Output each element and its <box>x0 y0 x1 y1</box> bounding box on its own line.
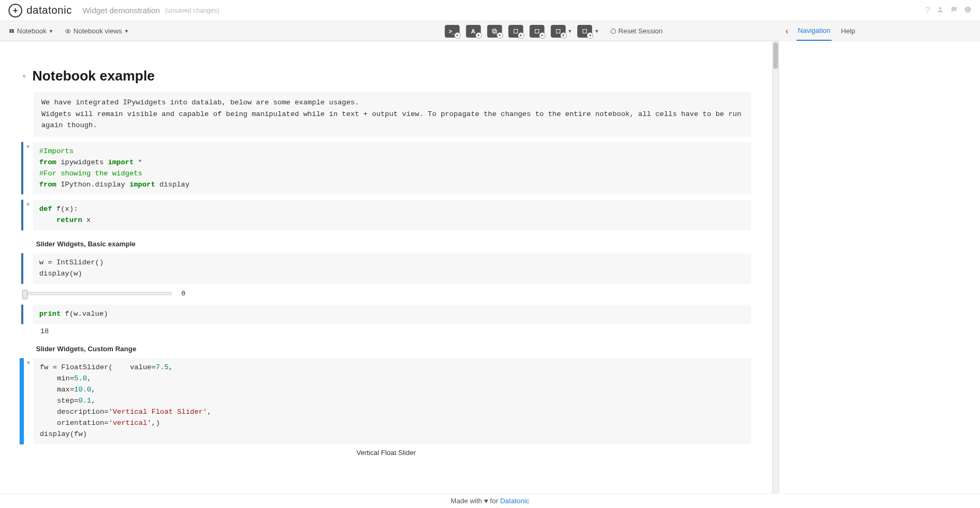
svg-rect-7 <box>514 29 517 33</box>
code-token: , <box>207 408 211 416</box>
code-token: 10.0 <box>74 386 91 394</box>
code-token: , <box>169 363 173 371</box>
cell-action-4-icon[interactable]: + <box>578 25 593 38</box>
notebook-views-menu[interactable]: Notebook views ▼ <box>64 27 129 35</box>
subheading-custom: Slider Widgets, Custom Range <box>36 345 751 353</box>
svg-rect-9 <box>556 29 560 33</box>
slider-thumb[interactable] <box>22 290 28 299</box>
footer-link[interactable]: Datatonic <box>500 497 529 505</box>
code-token: , <box>91 397 95 405</box>
code-token: 'Vertical Float Slider' <box>109 408 207 416</box>
code-body[interactable]: fw = FloatSlider( value=7.5, min=5.0, ma… <box>33 358 751 444</box>
code-token: fw = FloatSlider( value= <box>40 363 156 371</box>
svg-rect-5 <box>492 29 496 32</box>
fold-toggle-icon[interactable]: ▼ <box>23 200 33 230</box>
book-icon <box>8 28 15 34</box>
header-icon-group: ? <box>925 6 972 15</box>
right-panel: ‹ Navigation Help <box>779 41 980 493</box>
svg-rect-6 <box>493 30 497 33</box>
fold-toggle-icon[interactable] <box>23 305 33 324</box>
add-code-cell-icon[interactable]: >_+ <box>445 25 460 38</box>
code-token: step= <box>40 397 78 405</box>
chevron-down-icon[interactable]: ▼ <box>595 29 599 34</box>
code-token: f(w.value) <box>61 310 108 318</box>
notebook-views-label: Notebook views <box>74 27 122 35</box>
code-cell-print[interactable]: print f(w.value) <box>21 305 751 324</box>
code-token: #For showing the widgets <box>39 170 142 177</box>
code-token: import <box>129 181 155 189</box>
top-header: + datatonic Widget demonstration (unsave… <box>0 0 980 21</box>
slider-track[interactable] <box>23 292 172 295</box>
code-body[interactable]: w = IntSlider() display(w) <box>33 253 751 284</box>
code-token: , <box>91 386 95 394</box>
comment-icon[interactable] <box>950 6 958 15</box>
intro-markdown-cell[interactable]: We have integrated IPywidgets into datal… <box>34 92 751 137</box>
help-icon[interactable]: ? <box>925 6 930 15</box>
reset-session-button[interactable]: Reset Session <box>611 27 663 35</box>
notebook-menu[interactable]: Notebook ▼ <box>8 27 54 35</box>
subheading-basic: Slider Widgets, Basic example <box>36 240 751 248</box>
code-token: x <box>82 216 91 224</box>
code-body[interactable]: #Imports from ipywidgets import * #For s… <box>33 142 751 195</box>
cell-action-3-icon[interactable]: + <box>551 25 566 38</box>
code-cell-def[interactable]: ▼ def f(x): return x <box>21 200 751 230</box>
notebook-title: Notebook example <box>32 68 155 84</box>
chevron-down-icon[interactable]: ▼ <box>568 29 572 34</box>
code-token: 0.1 <box>78 397 91 405</box>
code-body[interactable]: print f(w.value) <box>33 305 751 324</box>
info-icon[interactable] <box>964 6 972 15</box>
code-token <box>39 216 56 224</box>
tab-help[interactable]: Help <box>840 22 857 40</box>
brand-logo[interactable]: + datatonic <box>8 4 72 17</box>
svg-rect-2 <box>967 8 968 11</box>
code-token: f(x): <box>52 205 78 213</box>
code-token: ,) <box>152 419 160 427</box>
tab-navigation[interactable]: Navigation <box>797 21 831 41</box>
fold-toggle-icon[interactable]: ▼ <box>24 358 33 444</box>
fold-toggle-icon[interactable] <box>23 253 33 284</box>
slider-value: 0 <box>181 289 186 297</box>
code-token: return <box>56 216 82 224</box>
print-output: 18 <box>40 327 751 335</box>
add-text-cell-icon[interactable]: A+ <box>466 25 481 38</box>
right-panel-header: ‹ Navigation Help <box>779 21 980 41</box>
code-token: 'vertical' <box>109 419 152 427</box>
code-cell-intslider[interactable]: w = IntSlider() display(w) <box>21 253 751 284</box>
code-token: orientation= <box>40 419 109 427</box>
svg-point-0 <box>939 7 942 10</box>
footer-text: Made with ♥ for <box>451 497 498 505</box>
code-token: description= <box>40 408 109 416</box>
cell-action-1-icon[interactable]: + <box>508 25 523 38</box>
code-token: IPython.display <box>56 181 129 189</box>
code-token: display(fw) <box>40 430 87 438</box>
eye-icon <box>64 28 72 34</box>
document-title[interactable]: Widget demonstration <box>83 6 160 15</box>
notebook-scrollbar[interactable] <box>772 41 779 493</box>
chevron-down-icon: ▼ <box>49 29 54 34</box>
code-cell-floatslider[interactable]: ▼ fw = FloatSlider( value=7.5, min=5.0, … <box>21 358 751 444</box>
code-token: 5.0 <box>74 375 87 382</box>
fold-toggle-icon[interactable]: ▼ <box>23 142 33 195</box>
collapse-toggle-icon[interactable]: ▼ <box>21 73 27 79</box>
code-token: from <box>39 181 56 189</box>
svg-rect-8 <box>535 29 538 33</box>
int-slider-widget[interactable]: 0 <box>23 289 751 297</box>
panel-back-icon[interactable]: ‹ <box>785 26 788 36</box>
code-token: ipywidgets <box>56 158 108 166</box>
code-body[interactable]: def f(x): return x <box>33 200 751 230</box>
user-icon[interactable] <box>937 6 944 15</box>
logo-plus-icon: + <box>8 4 22 17</box>
svg-point-4 <box>67 30 68 32</box>
code-token: display <box>155 181 190 189</box>
toolbar-cell-actions: >_+ A+ + + + +▼ +▼ Reset Session <box>445 25 663 38</box>
code-token: def <box>39 205 52 213</box>
document-status: (unsaved changes) <box>165 7 219 14</box>
cell-action-2-icon[interactable]: + <box>529 25 544 38</box>
footer: Made with ♥ for Datatonic <box>0 493 980 508</box>
svg-rect-10 <box>583 29 587 33</box>
float-slider-label: Vertical Float Slider <box>21 449 751 457</box>
scrollbar-thumb[interactable] <box>773 42 778 69</box>
copy-cell-icon[interactable]: + <box>487 25 502 38</box>
reset-session-label: Reset Session <box>619 27 663 35</box>
code-cell-imports[interactable]: ▼ #Imports from ipywidgets import * #For… <box>21 142 751 195</box>
